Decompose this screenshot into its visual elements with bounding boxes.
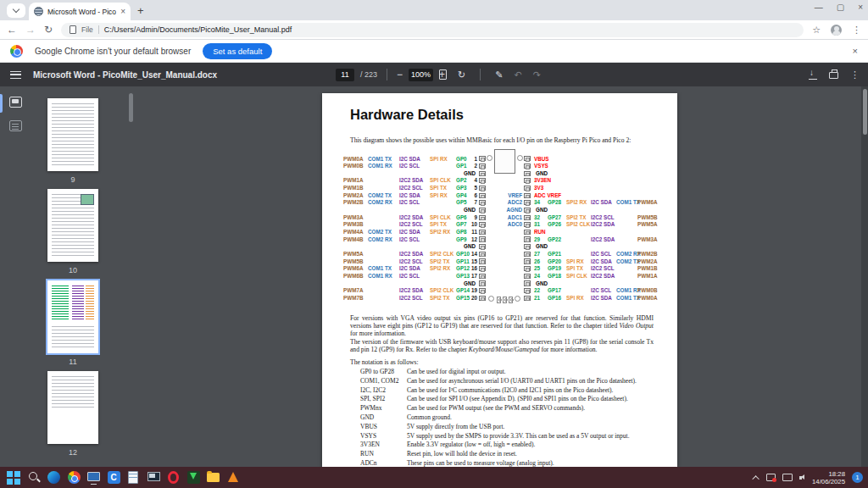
- pdf-menu-icon[interactable]: [10, 71, 21, 79]
- pin-label: 19: [465, 287, 477, 295]
- window-close-button[interactable]: ×: [858, 3, 863, 12]
- sidebar-scrollbar[interactable]: [129, 93, 133, 122]
- pin-label: I2C SDA: [399, 229, 429, 236]
- pin-label: I2C2 SDA: [591, 221, 615, 229]
- pin-pad: [524, 252, 531, 257]
- thumbnail-page-number: 9: [47, 175, 98, 184]
- pin-pad: [479, 266, 486, 271]
- zoom-level-input[interactable]: 100%: [409, 69, 433, 81]
- pin-pad: [524, 178, 531, 183]
- address-bar[interactable]: File C:/Users/Admin/Documents/PicoMite_U…: [61, 23, 804, 37]
- definition-term: 3V3EN: [360, 441, 407, 448]
- taskbar-opera-icon[interactable]: [166, 470, 181, 485]
- pin-label: SPI2 TX: [430, 258, 455, 266]
- new-tab-button[interactable]: +: [137, 4, 144, 17]
- tray-expand-icon[interactable]: [752, 475, 759, 482]
- taskbar-download-manager-icon[interactable]: [186, 470, 201, 485]
- window-minimize-button[interactable]: —: [815, 3, 823, 12]
- page-thumbnail-12[interactable]: [47, 371, 98, 444]
- zoom-out-button[interactable]: −: [397, 69, 403, 80]
- set-as-default-button[interactable]: Set as default: [203, 43, 272, 59]
- forward-button[interactable]: →: [25, 24, 36, 36]
- taskbar-notepad-icon[interactable]: [126, 470, 141, 485]
- window-maximize-button[interactable]: ▢: [837, 3, 844, 12]
- taskbar-c-app-icon[interactable]: C: [107, 470, 121, 485]
- pin-label: SPI RX: [566, 258, 590, 266]
- page-number-input[interactable]: 11: [336, 69, 354, 81]
- pdf-doc-title: Microsoft Word - PicoMite_User_Manual.do…: [33, 70, 217, 80]
- taskbar-edge-browser-icon[interactable]: [47, 470, 61, 485]
- pin-pad: [524, 280, 531, 286]
- profile-avatar[interactable]: [831, 25, 842, 36]
- pin-label: GND: [536, 280, 570, 288]
- taskbar-vlc-icon[interactable]: [226, 470, 241, 485]
- volume-icon[interactable]: [799, 474, 805, 480]
- print-icon[interactable]: [829, 72, 838, 79]
- definition-term: VBUS: [360, 423, 407, 430]
- outline-view-icon[interactable]: [9, 120, 22, 131]
- thumbnails-view-icon[interactable]: [9, 97, 22, 108]
- pin-label: I2C2 SDA: [591, 236, 615, 244]
- pin-label: COM2 RX: [616, 251, 637, 258]
- system-tray: 18:28 14/06/2025 1: [754, 467, 863, 488]
- taskbar-chrome-icon[interactable]: [67, 470, 81, 485]
- tab-list-button[interactable]: [7, 3, 25, 18]
- annotate-pen-icon[interactable]: ✎: [495, 69, 503, 80]
- pin-pad: [479, 274, 486, 279]
- banner-close-icon[interactable]: ×: [853, 46, 858, 56]
- definition-text: Can be used for I²C communications (I2C0…: [407, 386, 661, 394]
- url-scheme-label: File: [81, 25, 93, 34]
- pdf-toolbar: Microsoft Word - PicoMite_User_Manual.do…: [0, 63, 868, 86]
- clock[interactable]: 18:28 14/06/2025: [812, 470, 845, 485]
- mounting-hole: [517, 155, 523, 161]
- pin-pad: [524, 222, 531, 227]
- pin-label: GP28: [548, 199, 566, 207]
- page-thumbnail-10[interactable]: [47, 189, 98, 262]
- pin-label: PWM0B: [637, 287, 659, 295]
- browser-menu-icon[interactable]: ⋮: [852, 25, 861, 36]
- recorder-tray-icon[interactable]: [766, 474, 776, 481]
- redo-icon[interactable]: ↷: [533, 69, 541, 80]
- definition-text: Can be used for asynchronous serial I/O …: [407, 377, 661, 385]
- display-tray-icon[interactable]: [782, 474, 793, 481]
- pin-label: I2C2 SDA: [399, 251, 429, 258]
- pdf-more-icon[interactable]: ⋮: [850, 69, 860, 80]
- bookmark-star-icon[interactable]: ☆: [812, 25, 821, 36]
- thumbnail-page-number: 10: [47, 266, 98, 274]
- divider: [387, 69, 387, 80]
- pin-label: ADC VREF: [534, 192, 636, 200]
- pin-label: I2C SDA: [591, 258, 615, 266]
- pin-pad: [479, 193, 486, 198]
- notification-badge[interactable]: 1: [852, 472, 863, 483]
- taskbar-search-icon[interactable]: [27, 470, 42, 485]
- pin-label: 9: [465, 214, 477, 222]
- tab-close-icon[interactable]: ×: [120, 7, 125, 16]
- chevron-down-icon: [13, 6, 19, 13]
- pin-label: PWM3B: [343, 221, 367, 229]
- undo-icon[interactable]: ↶: [514, 69, 521, 80]
- pin-pad: [524, 244, 531, 249]
- pin-label: GP26: [548, 221, 566, 229]
- rotate-icon[interactable]: ↻: [458, 69, 465, 80]
- pin-label: PWM5A: [343, 251, 367, 258]
- pin-label: PWM2B: [343, 199, 367, 207]
- pin-label: GP19: [548, 265, 566, 273]
- fit-to-page-icon[interactable]: [439, 69, 447, 80]
- scrollbar-thumb[interactable]: [863, 89, 867, 135]
- taskbar-remote-pc-icon[interactable]: [147, 470, 161, 485]
- pin-label: VBUS: [534, 156, 636, 164]
- download-icon[interactable]: [809, 70, 817, 79]
- pin-label: I2C SCL: [591, 251, 615, 258]
- taskbar-start-icon[interactable]: [7, 470, 21, 485]
- main-scrollbar[interactable]: [861, 86, 868, 467]
- reload-button[interactable]: ↻: [44, 24, 53, 36]
- taskbar-display-app-icon[interactable]: [86, 470, 101, 485]
- back-button[interactable]: ←: [7, 24, 17, 36]
- pin-pad: [479, 288, 486, 293]
- page-thumbnail-9[interactable]: [47, 98, 98, 171]
- browser-tab[interactable]: Microsoft Word - PicoMite_Us... ×: [29, 3, 131, 20]
- pin-label: SPI TX: [566, 265, 590, 273]
- page-thumbnail-11[interactable]: [47, 280, 98, 353]
- browser-toolbar: ← → ↻ File C:/Users/Admin/Documents/Pico…: [0, 20, 868, 40]
- taskbar-file-explorer-icon[interactable]: [206, 470, 220, 485]
